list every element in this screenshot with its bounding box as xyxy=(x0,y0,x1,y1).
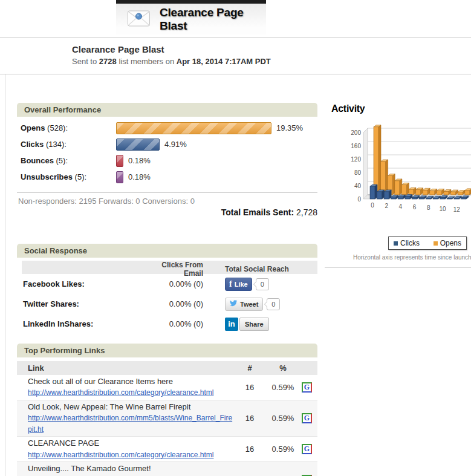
col-clicks-from-email: Clicks From Email xyxy=(143,261,203,278)
svg-text:4: 4 xyxy=(399,203,403,210)
google-analytics-icon[interactable]: G xyxy=(302,413,312,423)
metric-row-unsubscribes: Unsubscribes (5): 0.18% xyxy=(17,171,317,185)
bounces-bar xyxy=(116,155,123,167)
svg-text:0: 0 xyxy=(357,196,361,203)
panel-left-border xyxy=(5,74,5,476)
twitter-bird-icon xyxy=(230,300,238,308)
legend-item-clicks: Clicks xyxy=(394,239,420,247)
unsubscribes-pct: 0.18% xyxy=(128,172,151,181)
opens-swatch-icon xyxy=(434,241,438,246)
svg-text:8: 8 xyxy=(427,204,430,211)
social-row-twitter: Twitter Shares: 0.00% (0) Tweet 0 xyxy=(22,294,317,314)
metric-label: Clicks (134): xyxy=(21,140,67,149)
linkedin-inshares-label: LinkedIn InShares: xyxy=(22,319,143,328)
chart-legend: Clicks Opens xyxy=(388,236,467,250)
social-row-linkedin: LinkedIn InShares: 0.00% (0) in Share xyxy=(22,314,317,334)
link-title: Old Look, New Appeal: The Wine Barrel Fi… xyxy=(28,402,235,412)
section-top-performing-links: Top Performing Links xyxy=(17,344,317,357)
svg-text:12: 12 xyxy=(453,206,461,213)
link-count: 16 xyxy=(235,383,264,392)
tweet-count: 0 xyxy=(267,298,280,310)
panel-top-border xyxy=(0,74,471,74)
col-pct: % xyxy=(264,364,302,373)
section-social-response: Social Response xyxy=(17,244,317,258)
activity-chart-wrap: 04080120160200024681012 xyxy=(348,116,471,218)
link-title: Unveiling.... The Kamado Gourmet! xyxy=(28,464,235,474)
email-banner: Clearance Page Blast xyxy=(116,0,266,34)
link-url[interactable]: http://www.hearthdistribution.com/catego… xyxy=(28,451,213,459)
facebook-like-count: 0 xyxy=(256,278,269,290)
link-pct: 0.59% xyxy=(264,383,302,392)
metric-label: Opens (528): xyxy=(21,123,68,132)
facebook-icon: f xyxy=(229,279,232,289)
metric-row-opens: Opens (528): 19.35% xyxy=(17,122,317,136)
link-row-4: Unveiling.... The Kamado Gourmet! http:/… xyxy=(17,462,317,476)
social-table: Clicks From Email Total Social Reach Fac… xyxy=(22,261,317,334)
col-count: # xyxy=(235,364,264,373)
twitter-shares-label: Twitter Shares: xyxy=(22,299,143,308)
facebook-like-button[interactable]: fLike xyxy=(225,278,252,291)
svg-text:0: 0 xyxy=(371,202,374,209)
envelope-icon xyxy=(127,8,151,30)
non-responders-text: Non-responders: 2195 Forwards: 0 Convers… xyxy=(18,197,195,206)
facebook-likes-label: Facebook Likes: xyxy=(22,279,143,289)
link-count: 16 xyxy=(235,414,264,423)
link-title: Check out all of our Clearance Items her… xyxy=(28,377,235,386)
facebook-likes-value: 0.00% (0) xyxy=(143,279,203,289)
bounces-pct: 0.18% xyxy=(128,156,151,165)
link-row-2: Old Look, New Appeal: The Wine Barrel Fi… xyxy=(17,400,317,437)
link-url[interactable]: http://www.hearthdistribution.com/mm5/bl… xyxy=(28,414,232,434)
col-total-social-reach: Total Social Reach xyxy=(203,265,317,273)
svg-text:200: 200 xyxy=(351,129,361,136)
link-pct: 0.59% xyxy=(264,445,302,454)
linkedin-inshares-value: 0.00% (0) xyxy=(143,319,203,328)
banner-top-strip xyxy=(116,0,266,4)
total-emails-sent: Total Emails Sent: 2,728 xyxy=(17,207,317,217)
metric-label: Unsubscribes (5): xyxy=(21,172,86,181)
clicks-bar xyxy=(116,139,160,151)
svg-text:6: 6 xyxy=(413,204,417,210)
page-title: Clearance Page Blast xyxy=(72,44,271,54)
tweet-button[interactable]: Tweet xyxy=(225,298,263,311)
clicks-pct: 4.91% xyxy=(164,140,187,149)
unsubscribes-bar xyxy=(116,171,123,183)
google-analytics-icon[interactable]: G xyxy=(302,382,312,393)
total-emails-value: 2,728 xyxy=(296,207,317,217)
google-analytics-icon[interactable]: G xyxy=(302,444,312,454)
divider-top xyxy=(0,37,471,37)
link-count: 16 xyxy=(235,445,264,454)
link-row-3: CLEARANCE PAGE http://www.hearthdistribu… xyxy=(17,437,317,462)
linkedin-icon: in xyxy=(225,318,238,331)
svg-text:160: 160 xyxy=(351,143,361,149)
links-header-row: Link # % xyxy=(17,361,317,375)
metric-row-bounces: Bounces (5): 0.18% xyxy=(17,154,317,169)
svg-text:40: 40 xyxy=(354,183,362,189)
metric-label: Bounces (5): xyxy=(21,156,68,165)
report-page: Clearance Page Blast Clearance Page Blas… xyxy=(0,0,471,476)
overall-divider xyxy=(17,192,317,193)
svg-text:10: 10 xyxy=(439,206,446,212)
svg-text:120: 120 xyxy=(351,156,361,163)
opens-pct: 19.35% xyxy=(276,123,303,132)
sent-summary: Sent to 2728 list members on Apr 18, 201… xyxy=(72,57,271,66)
links-table: Link # % Check out all of our Clearance … xyxy=(17,361,317,476)
activity-chart: 04080120160200024681012 xyxy=(348,116,471,218)
banner-title: Clearance Page Blast xyxy=(160,6,266,33)
social-header-row: Clicks From Email Total Social Reach xyxy=(22,261,317,274)
svg-text:80: 80 xyxy=(354,169,362,176)
col-link: Link xyxy=(17,364,235,373)
right-divider xyxy=(325,267,471,268)
link-pct: 0.59% xyxy=(264,414,302,423)
opens-bar xyxy=(116,122,271,134)
activity-title: Activity xyxy=(331,103,365,114)
link-url[interactable]: http://www.hearthdistribution.com/catego… xyxy=(28,388,213,397)
sent-date: Apr 18, 2014 7:17AM PDT xyxy=(177,57,271,66)
linkedin-share-button[interactable]: Share xyxy=(239,318,269,331)
metric-row-clicks: Clicks (134): 4.91% xyxy=(17,138,317,152)
sent-count: 2728 xyxy=(99,57,117,66)
legend-item-opens: Opens xyxy=(434,239,461,247)
section-overall-performance: Overall Performance xyxy=(17,103,317,117)
link-row-1: Check out all of our Clearance Items her… xyxy=(17,375,317,400)
chart-caption: Horizontal axis represents time since la… xyxy=(353,254,471,261)
twitter-shares-value: 0.00% (0) xyxy=(143,299,203,308)
